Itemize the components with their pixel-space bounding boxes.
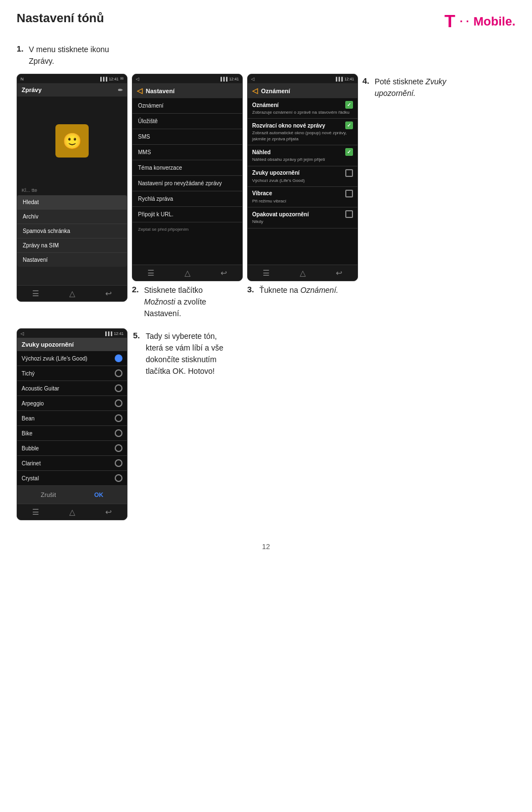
screen1-emoji-area: 🙂 (17, 97, 127, 185)
screen2-nastaveni: ◁ ▐▐▐ 12:41 ◁ Nastavení Oznámení Úložišt… (132, 74, 243, 281)
check-rozvirani[interactable]: ✓ (345, 121, 353, 129)
screen4-list: Výchozí zvuk (Life's Good) Tichý Acousti… (17, 351, 127, 485)
screen1-topbar: Zprávy ✏ (17, 83, 127, 97)
screen1-edit-icon: ✏ (118, 87, 122, 93)
menu-item-zpravy-sim[interactable]: Zprávy na SIM (17, 238, 127, 253)
oznami-item-1: Oznámení ✓ Zobrazuje oznámení o zprávě n… (248, 98, 357, 119)
oznami-item-6: Opakovat upozornění Nikdy (248, 207, 357, 228)
screenshots-row: N ▐▐▐ 12:41 ✉ Zprávy ✏ 🙂 Kl... tte Hleda… (17, 74, 515, 319)
radio-arpeggio (115, 399, 122, 407)
screen1-kl-text: Kl... tte (17, 185, 127, 195)
step5-desc: Tady si vyberete tón, která se vám líbí … (146, 331, 234, 377)
tmobile-logo: T · · Mobile. (444, 11, 515, 32)
sound-item-bean[interactable]: Bean (17, 411, 127, 426)
screen4-title: Zvuky upozornění (17, 338, 127, 351)
screen1-statusbar: N ▐▐▐ 12:41 ✉ (17, 74, 127, 83)
check-oznameni[interactable]: ✓ (345, 101, 353, 109)
settings-item-nevyzadane[interactable]: Nastavení pro nevyžádané zprávy (132, 176, 242, 191)
cancel-button[interactable]: Zrušit (30, 490, 68, 499)
radio-bike (115, 429, 122, 437)
step2-caption: 2. Stisknete tlačítko Možnosti a zvolíte… (132, 285, 233, 319)
screen1-menu: Hledat Archív Spamová schránka Zprávy na… (17, 195, 127, 267)
radio-clarinet (115, 459, 122, 467)
step4-caption: 4. Poté stisknete Zvuky upozornění. (362, 76, 463, 99)
status-icons: ▐▐▐ 12:41 ✉ (99, 77, 124, 81)
step1-num: 1. (17, 44, 27, 53)
oznami-item-4[interactable]: Zvuky upozornění Výchozí zvuk (Life's Go… (248, 166, 357, 187)
nav-back-icon2: ↩ (221, 268, 227, 277)
sound-item-tichy[interactable]: Tichý (17, 366, 127, 381)
step4-block: 4. Poté stisknete Zvuky upozornění. (362, 74, 463, 99)
screen3-list: Oznámení ✓ Zobrazuje oznámení o zprávě n… (248, 98, 357, 265)
nav-home-icon2: △ (185, 268, 191, 277)
step1-desc: V menu stisknete ikonu Zprávy. (29, 44, 117, 67)
step1-text-row: 1. V menu stisknete ikonu Zprávy. (17, 42, 515, 69)
page-title: Nastavení tónů (17, 11, 104, 26)
nav-menu-icon4: ☰ (32, 507, 39, 516)
nav-menu-icon: ☰ (32, 289, 39, 298)
screen2-back-arrow: ◁ (137, 87, 142, 95)
step3-caption: 3. Ťuknete na Oznámení. (247, 285, 338, 296)
settings-item-uloziste[interactable]: Úložiště (132, 114, 242, 129)
check-opakovat[interactable] (345, 210, 353, 218)
sound-item-arpeggio[interactable]: Arpeggio (17, 396, 127, 411)
screen2-title: Nastavení (146, 88, 175, 94)
menu-item-hledat[interactable]: Hledat (17, 195, 127, 210)
screen4-bottom: Zrušit OK (17, 485, 127, 504)
status-icons4: ▐▐▐ 12:41 (104, 332, 124, 336)
nav-back-icon4: ↩ (105, 507, 112, 516)
check-nahled[interactable]: ✓ (345, 148, 353, 156)
screen1-body: 🙂 Kl... tte Hledat Archív Spamová schrán… (17, 97, 127, 285)
step5-text-block: 5. Tady si vyberete tón, která se vám lí… (133, 331, 234, 377)
check-zvuky[interactable] (345, 169, 353, 177)
menu-item-archiv[interactable]: Archív (17, 210, 127, 224)
tmobile-dots: · · (460, 15, 469, 28)
sound-item-vychozi[interactable]: Výchozí zvuk (Life's Good) (17, 351, 127, 366)
oznami-item-2: Rozvírací okno nové zprávy ✓ Zobrazit au… (248, 119, 357, 145)
sound-item-bike[interactable]: Bike (17, 426, 127, 441)
settings-item-tema[interactable]: Téma konverzace (132, 160, 242, 176)
screen3-statusbar: ◁ ▐▐▐ 12:41 (248, 74, 357, 83)
step2-num: 2. (132, 285, 142, 294)
ok-button[interactable]: OK (83, 490, 115, 499)
tmobile-t: T (444, 11, 456, 32)
tmobile-name: Mobile. (473, 14, 515, 29)
menu-item-spamova[interactable]: Spamová schránka (17, 224, 127, 238)
menu-item-nastaveni1[interactable]: Nastavení (17, 253, 127, 267)
radio-vychozi (115, 354, 122, 362)
check-vibrace[interactable] (345, 190, 353, 197)
screen3-topbar: ◁ Oznámení (248, 83, 357, 98)
step3-desc: Ťuknete na Oznámení. (259, 285, 338, 296)
nav-home-icon3: △ (300, 268, 306, 277)
settings-item-oznameni[interactable]: Oznámení (132, 98, 242, 114)
screen2-statusbar: ◁ ▐▐▐ 12:41 (132, 74, 242, 83)
sound-item-bubble[interactable]: Bubble (17, 441, 127, 456)
status-back2: ◁ (136, 77, 139, 82)
screen3-title: Oznámení (261, 88, 290, 94)
nav-back-icon3: ↩ (336, 268, 342, 277)
settings-item-pripojit[interactable]: Připojit k URL. (132, 207, 242, 222)
screen4-zvuky: ◁ ▐▐▐ 12:41 Zvuky upozornění Výchozí zvu… (17, 328, 127, 520)
sound-item-clarinet[interactable]: Clarinet (17, 456, 127, 471)
settings-item-rychla[interactable]: Rychlá zpráva (132, 191, 242, 207)
emoji-face: 🙂 (55, 124, 89, 158)
settings-item-sms[interactable]: SMS (132, 129, 242, 145)
step2-desc: Stisknete tlačítko Možnosti a zvolíte Na… (144, 285, 233, 319)
sound-item-crystal[interactable]: Crystal (17, 471, 127, 485)
sound-item-acoustic[interactable]: Acoustic Guitar (17, 381, 127, 396)
screen1-title: Zprávy (22, 87, 42, 93)
screen3-navbar: ☰ △ ↩ (248, 265, 357, 281)
screen3-back-arrow: ◁ (252, 87, 258, 95)
step5-num: 5. (133, 331, 143, 340)
screen2-navbar: ☰ △ ↩ (132, 265, 242, 281)
radio-tichy (115, 369, 122, 377)
status-icons3: ▐▐▐ 12:41 (335, 77, 354, 81)
screen2-topbar: ◁ Nastavení (132, 83, 242, 98)
oznami-item-5: Vibrace Při režimu vibrací (248, 187, 357, 207)
radio-bean (115, 414, 122, 422)
nav-home-icon: △ (69, 289, 75, 298)
status-back4: ◁ (21, 331, 24, 336)
screen3-wrapper: ◁ ▐▐▐ 12:41 ◁ Oznámení Oznámení ✓ (247, 74, 358, 296)
step4-num: 4. (362, 76, 372, 85)
settings-item-mms[interactable]: MMS (132, 145, 242, 160)
